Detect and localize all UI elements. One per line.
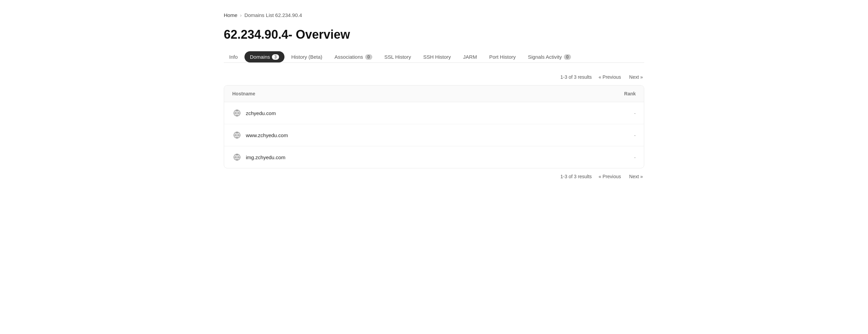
pagination-bottom-next[interactable]: Next » (628, 173, 644, 180)
tab-port-history[interactable]: Port History (484, 51, 521, 62)
breadcrumb-home[interactable]: Home (224, 12, 237, 18)
tab-label-signals-activity: Signals Activity (528, 54, 562, 60)
tab-jarm[interactable]: JARM (458, 51, 482, 62)
cell-hostname-0: zchyedu.com (224, 102, 527, 124)
breadcrumb-current: Domains List 62.234.90.4 (244, 12, 302, 18)
domain-icon-1 (232, 130, 242, 140)
tab-badge-signals-activity: 0 (564, 54, 571, 60)
tab-label-domains: Domains (250, 54, 270, 60)
tab-label-ssh-history: SSH History (423, 54, 451, 60)
tab-label-history: History (Beta) (291, 54, 322, 60)
tab-signals-activity[interactable]: Signals Activity0 (522, 51, 576, 62)
table-row: www.zchyedu.com- (224, 124, 644, 146)
domains-table: Hostname Rank zchyedu.com- www.zchyedu.c… (224, 86, 644, 168)
domain-icon-0 (232, 108, 242, 118)
pagination-top-previous[interactable]: « Previous (597, 74, 622, 80)
tab-info[interactable]: Info (224, 51, 243, 62)
breadcrumb-separator: › (240, 13, 242, 18)
tab-label-ssl-history: SSL History (384, 54, 411, 60)
pagination-bottom: 1-3 of 3 results « Previous Next » (224, 173, 644, 180)
table-row: zchyedu.com- (224, 102, 644, 124)
tab-label-port-history: Port History (489, 54, 516, 60)
tab-label-associations: Associations (335, 54, 363, 60)
breadcrumb: Home › Domains List 62.234.90.4 (224, 12, 644, 18)
pagination-top: 1-3 of 3 results « Previous Next » (224, 74, 644, 80)
col-rank: Rank (527, 86, 644, 102)
tab-ssl-history[interactable]: SSL History (379, 51, 417, 62)
pagination-top-results: 1-3 of 3 results (560, 74, 592, 80)
pagination-bottom-previous[interactable]: « Previous (597, 173, 622, 180)
tab-domains[interactable]: Domains3 (244, 51, 284, 62)
cell-rank-2: - (527, 146, 644, 168)
pagination-bottom-results: 1-3 of 3 results (560, 174, 592, 179)
hostname-text-1[interactable]: www.zchyedu.com (246, 132, 288, 138)
page-title: 62.234.90.4- Overview (224, 27, 644, 42)
tab-badge-associations: 0 (365, 54, 372, 60)
tabs-bar: InfoDomains3History (Beta)Associations0S… (224, 51, 644, 63)
domain-icon-2 (232, 152, 242, 162)
tab-ssh-history[interactable]: SSH History (418, 51, 456, 62)
cell-rank-1: - (527, 124, 644, 146)
col-hostname: Hostname (224, 86, 527, 102)
cell-hostname-2: img.zchyedu.com (224, 146, 527, 168)
table-row: img.zchyedu.com- (224, 146, 644, 168)
hostname-text-2[interactable]: img.zchyedu.com (246, 154, 285, 160)
cell-rank-0: - (527, 102, 644, 124)
tab-label-jarm: JARM (463, 54, 477, 60)
cell-hostname-1: www.zchyedu.com (224, 124, 527, 146)
tab-associations[interactable]: Associations0 (329, 51, 378, 62)
hostname-text-0[interactable]: zchyedu.com (246, 110, 276, 116)
tab-history[interactable]: History (Beta) (286, 51, 328, 62)
tab-label-info: Info (229, 54, 238, 60)
pagination-top-next[interactable]: Next » (628, 74, 644, 80)
table-header-row: Hostname Rank (224, 86, 644, 102)
domains-table-container: Hostname Rank zchyedu.com- www.zchyedu.c… (224, 85, 644, 168)
tab-badge-domains: 3 (272, 54, 279, 60)
